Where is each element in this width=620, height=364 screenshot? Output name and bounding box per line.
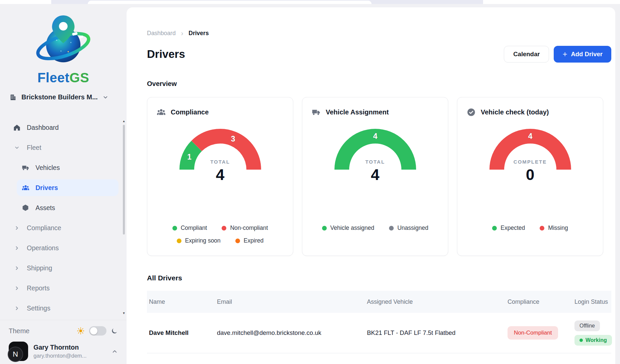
card-title: Compliance	[171, 108, 209, 116]
legend-item: Missing	[540, 224, 568, 232]
gauge-segment-value: 3	[231, 134, 235, 143]
working-status-dot	[579, 339, 583, 342]
sun-icon	[77, 327, 85, 335]
sidebar-group-label: Reports	[27, 284, 50, 292]
gauge-legend: CompliantNon-compliantExpiring soonExpir…	[160, 224, 281, 244]
legend-item: Expired	[235, 237, 263, 244]
sidebar-group-fleet[interactable]: Fleet	[8, 139, 119, 156]
overview-heading: Overview	[147, 80, 611, 88]
company-selector[interactable]: Brickstone Builders M...	[9, 93, 127, 101]
breadcrumb-current: Drivers	[188, 30, 209, 37]
gauge-center-value: 4	[325, 166, 425, 184]
vehicle-check-card: Vehicle check (today) 4 COMPLETE 0 Expec…	[457, 97, 603, 256]
working-badge: Working	[574, 335, 612, 346]
sidebar-item-assets[interactable]: Assets	[17, 199, 119, 216]
sidebar-scrollbar[interactable]: ▲ ▼	[122, 119, 126, 315]
legend-label: Missing	[548, 224, 568, 232]
column-header-login-status: Login Status	[572, 298, 611, 305]
theme-row: Theme	[9, 326, 118, 336]
legend-dot	[540, 226, 544, 231]
gauge-center-label: TOTAL	[325, 159, 425, 165]
cube-icon	[21, 204, 29, 212]
moon-icon	[111, 328, 118, 335]
sidebar-group-label: Operations	[27, 244, 59, 252]
sidebar-group-operations[interactable]: Operations	[8, 240, 119, 256]
gauge-segment	[197, 136, 254, 170]
sidebar-item-drivers[interactable]: Drivers	[17, 179, 119, 196]
all-drivers-heading: All Drivers	[147, 274, 611, 282]
sidebar-group-label: Settings	[27, 304, 50, 312]
add-driver-label: Add Driver	[571, 51, 603, 58]
theme-toggle[interactable]	[89, 326, 106, 336]
compliance-card: Compliance 13 TOTAL 4 CompliantNon-compl…	[147, 97, 293, 256]
theme-label: Theme	[9, 327, 77, 335]
building-icon	[9, 94, 17, 101]
brand-gs: GS	[70, 70, 89, 85]
page-header: Drivers Calendar + Add Driver	[147, 46, 611, 63]
gauge-center-label: COMPLETE	[480, 159, 580, 165]
legend-label: Expiring soon	[185, 237, 221, 244]
sidebar-group-label: Compliance	[27, 224, 61, 232]
browser-tab-strip	[0, 0, 620, 4]
gauge-segment	[342, 136, 409, 170]
card-header: Compliance	[157, 107, 284, 117]
sidebar-group-reports[interactable]: Reports	[8, 280, 119, 296]
gauge-center-value: 4	[170, 166, 270, 184]
gauge-legend: Vehicle assignedUnassigned	[315, 224, 436, 232]
add-driver-button[interactable]: + Add Driver	[554, 46, 611, 63]
breadcrumb-dashboard[interactable]: Dashboard	[147, 30, 176, 37]
sidebar-item-vehicles[interactable]: Vehicles	[17, 159, 119, 176]
card-header: Vehicle check (today)	[467, 107, 594, 117]
column-header-assigned-vehicle: Assigned Vehicle	[365, 298, 506, 305]
user-info: Gary Thornton gary.thornton@dem...	[33, 344, 106, 359]
sidebar: FleetGS Brickstone Builders M... Dashboa…	[0, 4, 127, 364]
assigned-vehicle-cell: BK21 FLT - DAF LF 7.5t Flatbed	[365, 329, 506, 337]
vehicle-assignment-gauge: 4 TOTAL 4	[325, 121, 425, 172]
compliance-cell: Non-Compliant	[506, 326, 572, 340]
card-title: Vehicle check (today)	[481, 108, 549, 116]
working-label: Working	[586, 337, 607, 343]
scroll-down-arrow[interactable]: ▼	[122, 311, 126, 315]
gauge-segment-value: 4	[528, 132, 532, 141]
header-actions: Calendar + Add Driver	[504, 46, 611, 63]
calendar-button[interactable]: Calendar	[504, 46, 549, 63]
legend-item: Expiring soon	[177, 237, 221, 244]
driver-name-cell: Dave Mitchell	[147, 329, 215, 337]
compliance-gauge: 13 TOTAL 4	[170, 121, 270, 172]
driver-email-cell: dave.mitchell@demo.brickstone.co.uk	[215, 329, 365, 337]
non-compliant-badge: Non-Compliant	[508, 326, 558, 340]
sidebar-group-compliance[interactable]: Compliance	[8, 219, 119, 236]
vehicle-assignment-card: Vehicle Assignment 4 TOTAL 4 Vehicle ass…	[302, 97, 448, 256]
users-icon	[157, 108, 166, 117]
chevron-right-icon	[13, 264, 21, 272]
gauge-center-value: 0	[480, 166, 580, 184]
legend-dot	[322, 226, 327, 231]
sidebar-group-settings[interactable]: Settings	[8, 300, 119, 316]
chevron-up-icon	[111, 348, 118, 355]
login-status-cell: Offline Working	[572, 321, 612, 346]
scroll-up-arrow[interactable]: ▲	[122, 119, 126, 123]
brand-fleet: Fleet	[37, 70, 70, 85]
sidebar-item-dashboard[interactable]: Dashboard	[8, 119, 119, 136]
toggle-knob[interactable]	[90, 327, 97, 335]
card-title: Vehicle Assignment	[326, 108, 389, 116]
legend-dot	[177, 239, 181, 243]
avatar-letter: N	[8, 347, 23, 362]
legend-dot	[389, 226, 394, 231]
legend-label: Non-compliant	[230, 224, 268, 232]
chevron-down-icon	[13, 144, 21, 152]
breadcrumb: Dashboard › Drivers	[147, 29, 611, 37]
offline-badge: Offline	[574, 321, 600, 331]
table-row[interactable]: Dave Mitchell dave.mitchell@demo.brickst…	[147, 313, 611, 353]
legend-dot	[492, 226, 497, 231]
drivers-table: Name Email Assigned Vehicle Compliance L…	[147, 291, 611, 353]
legend-label: Unassigned	[397, 224, 428, 232]
sidebar-group-label: Fleet	[27, 144, 41, 152]
chevron-right-icon	[13, 224, 21, 232]
main-content-card: Dashboard › Drivers Drivers Calendar + A…	[127, 7, 615, 364]
sidebar-group-label: Shipping	[27, 264, 52, 272]
home-icon	[13, 123, 21, 131]
scrollbar-thumb[interactable]	[123, 125, 125, 235]
user-menu[interactable]: N Gary Thornton gary.thornton@dem...	[9, 342, 118, 361]
sidebar-group-shipping[interactable]: Shipping	[8, 260, 119, 276]
